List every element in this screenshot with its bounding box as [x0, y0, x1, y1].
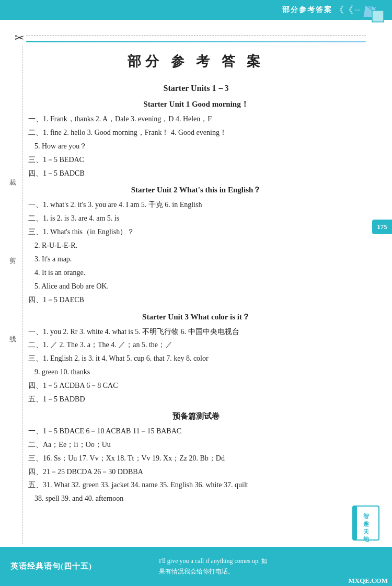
scissors-icon: ✂	[15, 31, 24, 45]
header-bar: 部分参考答案 《《 ····	[0, 0, 392, 20]
cut-line-vertical	[22, 46, 22, 544]
unit1-line-4: 三、1－5 BEDAC	[28, 153, 366, 167]
footer-right-text: I'll give you a call if anything comes u…	[159, 556, 382, 576]
unit3-line-2: 二、1. ／ 2. The 3. a；The 4. ／；an 5. the；／	[28, 338, 366, 352]
unit2-line-1: 一、1. what's 2. it's 3. you are 4. I am 5…	[28, 198, 366, 212]
test-line-5: 五、31. What 32. green 33. jacket 34. name…	[28, 478, 366, 492]
main-content: 部分 参 考 答 案 Starter Units 1－3 Starter Uni…	[26, 46, 366, 544]
page-title: 部分 参 考 答 案	[26, 52, 366, 71]
header-dots: ····	[354, 6, 361, 14]
test-line-6: 38. spell 39. and 40. afternoon	[34, 492, 366, 505]
footer-right-en: I'll give you a call if anything comes u…	[159, 556, 382, 566]
side-label-jian: 剪	[9, 256, 17, 266]
unit2-line-4: 2. R-U-L-E-R.	[34, 239, 366, 252]
unit1-line-5: 四、1－5 BADCB	[28, 167, 366, 180]
footer: 英语经典语句(四十五) I'll give you a call if anyt…	[0, 547, 392, 586]
unit1-line-1: 一、1. Frank，thanks 2. A，Dale 3. evening，D…	[28, 112, 366, 126]
section-starter-units-title: Starter Units 1－3	[26, 83, 366, 94]
footer-right-zh: 果有情况我会给你打电话。	[159, 567, 382, 577]
unit2-title: Starter Unit 2 What's this in English？	[26, 185, 366, 195]
page-number-badge: 175	[372, 220, 392, 234]
svg-rect-1	[372, 10, 384, 22]
side-label-cai: 裁	[9, 178, 17, 187]
test-line-3: 三、16. Ss；Uu 17. Vv；Xx 18. Tt；Vv 19. Xx；Z…	[28, 452, 366, 465]
test-title: 预备篇测试卷	[26, 411, 366, 421]
unit3-line-6: 五、1－5 BADBD	[28, 393, 366, 406]
unit3-line-5: 四、1－5 ACDBA 6－8 CAC	[28, 379, 366, 393]
side-label-xian: 线	[9, 335, 17, 344]
svg-text:地: 地	[363, 536, 370, 542]
unit3-line-3: 三、1. English 2. is 3. it 4. What 5. cup …	[28, 352, 366, 365]
unit2-line-3: 三、1. What's this（in English）？	[28, 225, 366, 239]
svg-text:趣: 趣	[363, 521, 369, 527]
test-line-1: 一、1－5 BDACE 6－10 ACBAB 11－15 BABAC	[28, 424, 366, 438]
cube-icon	[362, 1, 388, 27]
unit1-title: Starter Unit 1 Good morning！	[26, 99, 366, 109]
unit2-line-8: 四、1－5 DAECB	[28, 293, 366, 307]
unit2-line-2: 二、1. is 2. is 3. are 4. am 5. is	[28, 212, 366, 225]
book-decoration: 智 趣 天 地	[350, 503, 387, 545]
header-label: 部分参考答案	[282, 5, 332, 15]
test-line-2: 二、Aa；Ee；Ii；Oo；Uu	[28, 438, 366, 452]
unit3-line-4: 9. green 10. thanks	[34, 365, 366, 379]
unit3-line-1: 一、1. you 2. Rr 3. white 4. what is 5. 不明…	[28, 325, 366, 339]
unit2-line-7: 5. Alice and Bob are OK.	[34, 280, 366, 293]
unit1-line-2: 二、1. fine 2. hello 3. Good morning，Frank…	[28, 126, 366, 140]
svg-text:天: 天	[363, 528, 370, 535]
header-arrows: 《《	[335, 4, 353, 16]
blue-accent-line	[26, 41, 366, 42]
svg-text:智: 智	[363, 513, 369, 519]
footer-left-text: 英语经典语句(四十五)	[10, 561, 159, 571]
unit3-title: Starter Unit 3 What color is it？	[26, 312, 366, 322]
unit2-line-5: 3. It's a map.	[34, 252, 366, 266]
unit2-line-6: 4. It is an orange.	[34, 266, 366, 280]
svg-rect-6	[353, 506, 357, 540]
cut-line-horizontal	[26, 36, 366, 36]
mxqe-logo: MXQE.COM	[344, 576, 392, 586]
test-line-4: 四、21－25 DBCDA 26－30 DDBBA	[28, 465, 366, 479]
unit1-line-3: 5. How are you？	[34, 140, 366, 153]
